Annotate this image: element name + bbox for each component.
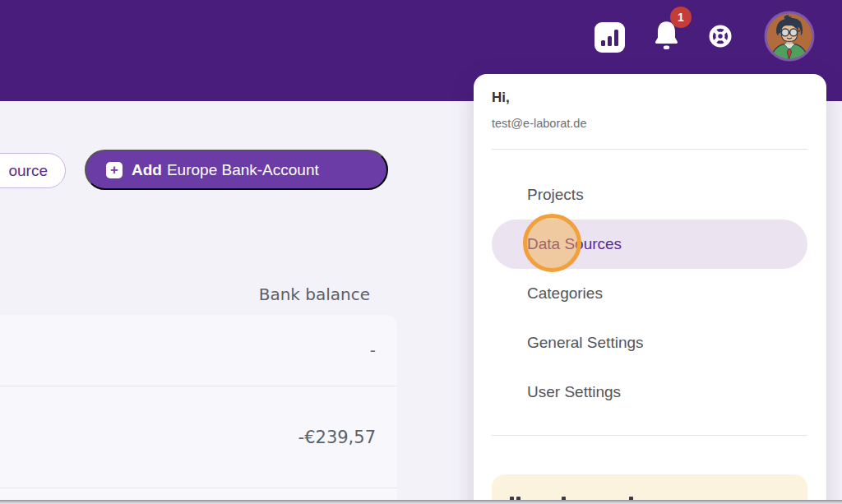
window-bottom-edge (0, 500, 842, 504)
accounts-table: - -€239,57 (0, 315, 397, 504)
bar-chart-icon-bar (601, 40, 605, 46)
help-wheel-icon[interactable] (706, 21, 735, 51)
bar-chart-icon-bar (614, 30, 618, 46)
user-avatar-image (764, 11, 815, 62)
menu-item-user-settings[interactable]: User Settings (492, 368, 807, 417)
menu-item-general-settings[interactable]: General Settings (492, 318, 807, 368)
plus-icon: + (106, 162, 123, 178)
bank-balance-value: - (370, 340, 376, 360)
user-dropdown-menu: Hi, test@e-laborat.de Projects Data Sour… (474, 74, 826, 504)
menu-item-projects[interactable]: Projects (492, 170, 807, 220)
menu-list: Projects Data Sources Categories General… (492, 170, 807, 417)
menu-item-data-sources[interactable]: Data Sources (492, 220, 807, 269)
column-header-bank-balance: Bank balance (0, 284, 370, 304)
notification-badge[interactable]: 1 (670, 7, 692, 28)
user-avatar[interactable] (764, 11, 815, 62)
bank-balance-value: -€239,57 (298, 428, 376, 447)
table-row[interactable]: - (0, 315, 397, 386)
help-wheel-icon-glyph (706, 21, 735, 51)
menu-divider (492, 149, 807, 150)
add-bank-account-button[interactable]: + Add Europe Bank-Account (85, 150, 388, 190)
data-source-button-clipped[interactable]: ource (0, 153, 66, 188)
greeting-text: Hi, (492, 90, 510, 106)
user-email: test@e-laborat.de (492, 117, 586, 130)
bar-chart-icon[interactable] (594, 22, 625, 53)
add-bank-account-label: Add Europe Bank-Account (132, 161, 319, 179)
bar-chart-icon-bar (608, 36, 612, 46)
menu-item-categories[interactable]: Categories (492, 269, 807, 318)
add-bank-account-label-bold: Add (132, 161, 162, 179)
add-bank-account-label-rest: Europe Bank-Account (167, 161, 319, 179)
menu-divider (492, 435, 807, 436)
table-row[interactable]: -€239,57 (0, 386, 397, 488)
app-screen: 1 (0, 0, 842, 504)
